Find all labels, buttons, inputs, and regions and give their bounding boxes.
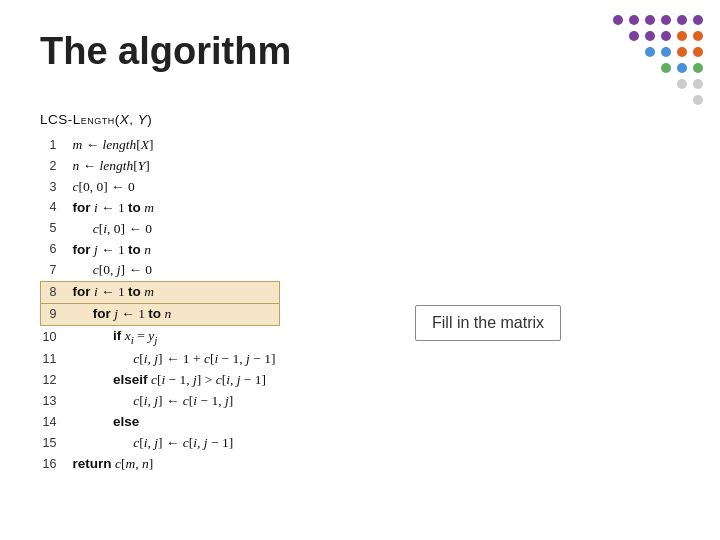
algo-line-2: 2 n ← length[Y] — [41, 156, 280, 177]
algo-line-16: 16 return c[m, n] — [41, 454, 280, 475]
algo-line-5: 5 c[i, 0] ← 0 — [41, 219, 280, 240]
svg-point-3 — [661, 15, 671, 25]
svg-point-12 — [661, 47, 671, 57]
svg-point-17 — [693, 63, 703, 73]
svg-point-11 — [645, 47, 655, 57]
svg-point-2 — [645, 15, 655, 25]
svg-point-13 — [677, 47, 687, 57]
svg-point-9 — [677, 31, 687, 41]
dot-grid-decoration — [600, 10, 710, 120]
svg-point-14 — [693, 47, 703, 57]
svg-point-15 — [661, 63, 671, 73]
algo-line-4: 4 for i ← 1 to m — [41, 198, 280, 219]
svg-point-7 — [645, 31, 655, 41]
algo-line-11: 11 c[i, j] ← 1 + c[i − 1, j − 1] — [41, 349, 280, 370]
svg-point-16 — [677, 63, 687, 73]
algo-line-13: 13 c[i, j] ← c[i − 1, j] — [41, 391, 280, 412]
algo-line-8: 8 for i ← 1 to m — [41, 282, 280, 304]
svg-point-8 — [661, 31, 671, 41]
algo-line-9: 9 for j ← 1 to n — [41, 304, 280, 326]
algo-line-15: 15 c[i, j] ← c[i, j − 1] — [41, 433, 280, 454]
svg-point-19 — [693, 79, 703, 89]
svg-point-18 — [677, 79, 687, 89]
algo-line-12: 12 elseif c[i − 1, j] > c[i, j − 1] — [41, 370, 280, 391]
algo-line-3: 3 c[0, 0] ← 0 — [41, 177, 280, 198]
svg-point-5 — [693, 15, 703, 25]
algo-lines: 1 m ← length[X] 2 n ← length[Y] 3 c[0, 0… — [40, 135, 280, 475]
algo-line-7: 7 c[0, j] ← 0 — [41, 260, 280, 281]
fill-in-matrix-callout: Fill in the matrix — [415, 305, 561, 341]
svg-point-0 — [613, 15, 623, 25]
svg-point-6 — [629, 31, 639, 41]
svg-point-10 — [693, 31, 703, 41]
algo-line-14: 14 else — [41, 412, 280, 433]
page-title: The algorithm — [40, 30, 291, 73]
svg-point-20 — [693, 95, 703, 105]
algo-line-10: 10 if xi = yj — [41, 326, 280, 350]
algo-header: LCS-Length(X, Y) — [40, 110, 280, 131]
algo-line-6: 6 for j ← 1 to n — [41, 240, 280, 261]
svg-point-1 — [629, 15, 639, 25]
algorithm-block: LCS-Length(X, Y) 1 m ← length[X] 2 n ← l… — [40, 110, 280, 475]
svg-point-4 — [677, 15, 687, 25]
algo-line-1: 1 m ← length[X] — [41, 135, 280, 156]
